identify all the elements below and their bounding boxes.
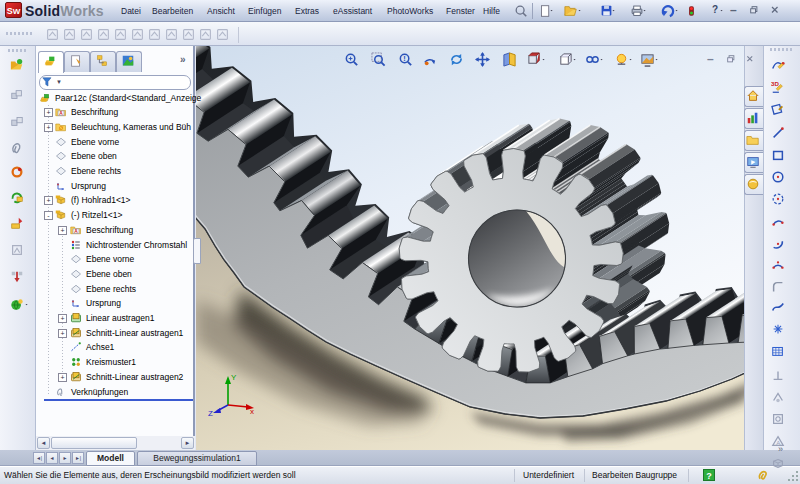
svg-text:3D: 3D: [771, 80, 779, 87]
svg-text:A: A: [74, 229, 78, 234]
svg-text:!: !: [403, 54, 406, 63]
svg-text:Y: Y: [231, 373, 237, 382]
svg-text:A: A: [59, 111, 63, 116]
svg-text:x: x: [250, 407, 254, 416]
svg-text:Z: Z: [208, 409, 213, 418]
